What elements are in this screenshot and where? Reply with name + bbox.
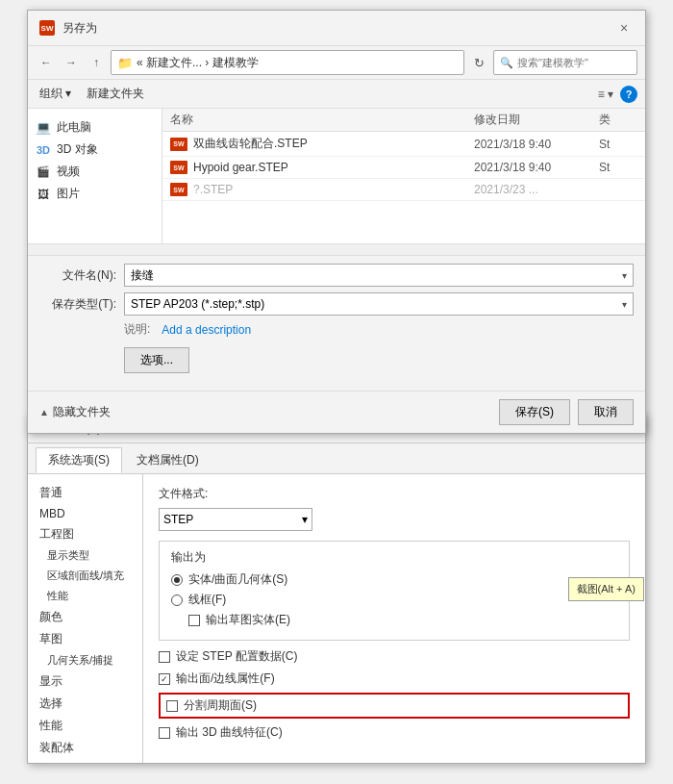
tree-item-sketch[interactable]: 草图 [28,628,142,650]
tree-item-display[interactable]: 显示 [28,670,142,693]
radio-wireframe-label: 线框(F) [188,592,226,608]
sidebar-item-video[interactable]: 🎬 视频 [28,161,162,183]
checkbox-face-edge-label: 输出面/边线属性(F) [176,670,275,687]
file-type-2: St [599,161,637,174]
up-button[interactable]: ↑ [86,52,107,73]
file-icon-2: SW [170,161,187,174]
sidebar-item-picture[interactable]: 🖼 图片 [28,183,162,205]
tree-item-display-type[interactable]: 显示类型 [28,545,142,566]
output-section: 输出为 实体/曲面几何体(S) 线框(F) 输出草图实体(E) [159,541,630,641]
app-icon: SW [39,20,55,36]
file-list: 名称 修改日期 类 SW 双曲线齿轮配合.STEP 2021/3/18 9:40… [162,109,645,243]
checkbox-periodic-highlighted[interactable]: 分割周期面(S) [159,693,630,719]
tree-item-ext-ref[interactable]: 外部参考 [28,759,142,763]
save-button[interactable]: 保存(S) [499,399,570,425]
radio-wireframe[interactable]: 线框(F) [171,592,617,608]
back-button[interactable]: ← [36,52,57,73]
titlebar-left: SW 另存为 [39,20,97,37]
checkbox-sketch-input[interactable] [188,615,200,626]
format-row: STEP ▾ [159,508,630,531]
organize-button[interactable]: 组织 ▾ [36,84,75,104]
sys-tabs: 系统选项(S) 文档属性(D) [28,443,645,474]
file-format-label: 文件格式: [159,486,630,502]
tab-document-props[interactable]: 文档属性(D) [124,447,212,473]
refresh-button[interactable]: ↻ [468,52,489,73]
options-button[interactable]: 选项... [124,347,189,373]
checkbox-step-config[interactable]: 设定 STEP 配置数据(C) [159,648,630,665]
horizontal-scrollbar[interactable] [28,243,645,255]
tree-item-assembly[interactable]: 装配体 [28,737,142,759]
sys-panel-content: 普通 MBD 工程图 显示类型 区域剖面线/填充 性能 颜色 草图 几何关系/捕… [28,474,645,763]
checkbox-face-edge[interactable]: ✓ 输出面/边线属性(F) [159,670,630,687]
cancel-button[interactable]: 取消 [578,399,634,425]
tree-item-mbd[interactable]: MBD [28,504,142,523]
options-tree: 普通 MBD 工程图 显示类型 区域剖面线/填充 性能 颜色 草图 几何关系/捕… [28,474,143,763]
close-button[interactable]: × [614,18,634,38]
settings-panel: 文件格式: STEP ▾ 输出为 实体/曲面几何体(S) 线框(F) [143,474,645,763]
file-date-3: 2021/3/23 ... [474,183,599,196]
file-name-2: Hypoid gear.STEP [193,161,474,174]
tab-system-options[interactable]: 系统选项(S) [36,447,122,473]
chevron-up-icon: ▲ [39,407,49,417]
file-item-3[interactable]: SW ?.STEP 2021/3/23 ... [162,179,645,201]
checkbox-sketch[interactable]: 输出草图实体(E) [171,612,617,628]
tree-item-color[interactable]: 颜色 [28,606,142,628]
tree-item-normal[interactable]: 普通 [28,482,142,504]
tree-item-relations[interactable]: 几何关系/捕捉 [28,650,142,670]
address-bar[interactable]: 📁 « 新建文件... › 建模教学 [111,50,464,75]
help-button[interactable]: ? [620,86,637,103]
checkbox-step-config-input[interactable] [159,651,170,663]
tree-item-performance[interactable]: 性能 [28,586,142,606]
file-icon-3: SW [170,183,187,196]
video-icon: 🎬 [36,164,51,180]
navigation-toolbar: ← → ↑ 📁 « 新建文件... › 建模教学 ↻ 🔍 [28,46,645,80]
dialog-title: 另存为 [62,20,97,37]
checkbox-step-config-label: 设定 STEP 配置数据(C) [176,648,297,665]
radio-solid-input[interactable] [171,574,183,586]
file-name-1: 双曲线齿轮配合.STEP [193,136,474,152]
tab-system-options-label: 系统选项(S) [48,453,110,467]
file-date-2: 2021/3/18 9:40 [474,161,599,174]
file-item-2[interactable]: SW Hypoid gear.STEP 2021/3/18 9:40 St [162,157,645,179]
pc-label: 此电脑 [57,119,91,136]
save-as-dialog: SW 另存为 × ← → ↑ 📁 « 新建文件... › 建模教学 ↻ 🔍 组织… [27,10,646,434]
format-dropdown-arrow: ▾ [302,513,308,526]
new-folder-button[interactable]: 新建文件夹 [83,84,148,104]
filename-input[interactable]: 接缝 ▾ [124,264,634,287]
tree-item-perf[interactable]: 性能 [28,715,142,737]
address-text: « 新建文件... › 建模教学 [137,55,259,71]
tree-item-engineering[interactable]: 工程图 [28,523,142,545]
view-toggle-button[interactable]: ≡ ▾ [595,85,616,104]
tree-item-select[interactable]: 选择 [28,693,142,715]
checkbox-periodic-label: 分割周期面(S) [184,697,257,714]
checkbox-sketch-label: 输出草图实体(E) [206,612,290,628]
checkbox-3d-curve-label: 输出 3D 曲线特征(C) [176,724,283,741]
output-as-label: 输出为 [171,549,617,566]
tree-item-hatch[interactable]: 区域剖面线/填充 [28,566,142,586]
options-row: 选项... [39,343,634,377]
checkbox-face-edge-input[interactable]: ✓ [159,673,170,685]
picture-icon: 🖼 [36,187,51,202]
sidebar-item-pc[interactable]: 💻 此电脑 [28,116,162,139]
filetype-select[interactable]: STEP AP203 (*.step;*.stp) ▾ [124,292,634,316]
col-name-header: 名称 [170,112,474,128]
search-input[interactable] [517,57,631,68]
radio-wireframe-input[interactable] [171,594,183,606]
filetype-label: 保存类型(T): [39,296,116,313]
format-select[interactable]: STEP ▾ [159,508,312,531]
hide-folders-toggle[interactable]: ▲ 隐藏文件夹 [39,404,111,420]
dialog-bottom-bar: ▲ 隐藏文件夹 保存(S) 取消 [28,391,645,433]
action-buttons: 保存(S) 取消 [499,399,634,425]
file-item-1[interactable]: SW 双曲线齿轮配合.STEP 2021/3/18 9:40 St [162,132,645,157]
main-content-area: 💻 此电脑 3D 3D 对象 🎬 视频 🖼 图片 名称 修改日期 类 [28,109,645,243]
checkbox-3d-curve[interactable]: 输出 3D 曲线特征(C) [159,724,630,741]
sidebar-item-3d[interactable]: 3D 3D 对象 [28,139,162,161]
desc-link[interactable]: Add a description [162,323,251,337]
col-date-header: 修改日期 [474,112,599,128]
radio-solid[interactable]: 实体/曲面几何体(S) [171,571,617,588]
checkbox-periodic-input[interactable] [166,700,178,712]
file-icon-1: SW [170,138,187,151]
checkbox-3d-curve-input[interactable] [159,727,170,739]
new-folder-label: 新建文件夹 [87,86,144,102]
forward-button[interactable]: → [61,52,82,73]
